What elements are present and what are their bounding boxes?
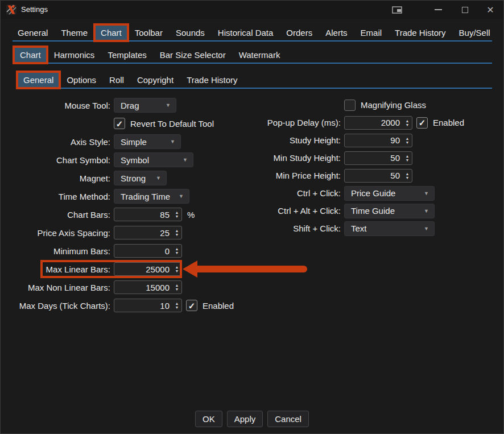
spin-down-icon[interactable]: ▼ <box>175 251 179 255</box>
maximize-icon[interactable] <box>460 6 469 14</box>
spin-down-icon[interactable]: ▼ <box>406 123 410 127</box>
ctrl-click-row: Ctrl + Click: Price Guide ▼ <box>251 184 504 202</box>
study-height-row: Study Height: 90 ▲▼ <box>251 131 504 149</box>
ok-button[interactable]: OK <box>195 411 222 427</box>
min-price-height-label: Min Price Height: <box>251 171 341 180</box>
spin-up-icon[interactable]: ▲ <box>406 137 410 140</box>
ctrl-alt-click-select[interactable]: Time Guide ▼ <box>344 204 435 218</box>
spin-down-icon[interactable]: ▼ <box>175 269 179 273</box>
max-days-tick-row: Max Days (Tick Charts): 10 ▲▼ ✓ Enabled <box>1 296 251 315</box>
magnet-select[interactable]: Strong ▼ <box>114 171 167 185</box>
chevron-down-icon: ▼ <box>183 157 188 163</box>
percent-suffix: % <box>187 210 195 220</box>
subtab-harmonics[interactable]: Harmonics <box>49 48 100 62</box>
chart-bars-spinner[interactable]: 85 ▲▼ <box>114 208 182 221</box>
study-height-label: Study Height: <box>251 135 341 145</box>
study-height-spinner[interactable]: 90 ▲▼ <box>344 134 412 147</box>
spin-up-icon[interactable]: ▲ <box>406 154 410 158</box>
spin-down-icon[interactable]: ▼ <box>175 305 179 309</box>
shift-click-label: Shift + Click: <box>251 224 341 233</box>
min-price-height-spinner[interactable]: 50 ▲▼ <box>344 169 412 183</box>
spin-up-icon[interactable]: ▲ <box>406 119 410 123</box>
tab-buy-sell[interactable]: Buy/Sell <box>454 26 495 40</box>
max-linear-bars-label: Max Linear Bars: <box>1 264 110 274</box>
chart-symbol-select[interactable]: Symbol ▼ <box>114 152 193 167</box>
tab-alerts[interactable]: Alerts <box>320 26 352 40</box>
tab-orders[interactable]: Orders <box>281 26 317 40</box>
spin-up-icon[interactable]: ▲ <box>175 210 179 214</box>
subsubtab-options[interactable]: Options <box>61 73 101 87</box>
footer-button-bar: OK Apply Cancel <box>1 411 503 427</box>
spin-down-icon[interactable]: ▼ <box>175 233 179 237</box>
ctrl-click-label: Ctrl + Click: <box>251 188 341 198</box>
mouse-tool-row: Mouse Tool: Drag ▼ <box>1 96 251 114</box>
axis-style-select[interactable]: Simple ▼ <box>114 134 181 149</box>
magnifying-glass-checkbox[interactable]: ✓ <box>344 100 356 111</box>
spin-down-icon[interactable]: ▼ <box>406 158 410 162</box>
spin-up-icon[interactable]: ▲ <box>406 172 410 176</box>
spin-up-icon[interactable]: ▲ <box>175 265 179 269</box>
spin-up-icon[interactable]: ▲ <box>175 283 179 287</box>
subtab-watermark[interactable]: Watermark <box>234 48 286 62</box>
form-left-column: Mouse Tool: Drag ▼ ✓ Revert To Default T… <box>1 96 251 315</box>
minimum-bars-spinner[interactable]: 0 ▲▼ <box>114 244 182 258</box>
checkmark-icon: ✓ <box>188 301 196 310</box>
spin-down-icon[interactable]: ▼ <box>406 140 410 144</box>
spin-down-icon[interactable]: ▼ <box>175 214 179 218</box>
minimum-bars-row: Minimum Bars: 0 ▲▼ <box>1 242 251 260</box>
close-icon[interactable]: ✕ <box>485 3 496 16</box>
revert-tool-checkbox[interactable]: ✓ <box>114 118 125 129</box>
subsubtab-copyright[interactable]: Copyright <box>132 73 179 87</box>
chart-symbol-label: Chart Symbol: <box>1 155 110 165</box>
revert-tool-row: ✓ Revert To Default Tool <box>1 114 251 133</box>
spin-up-icon[interactable]: ▲ <box>175 247 179 251</box>
ctrl-click-select[interactable]: Price Guide ▼ <box>344 186 435 201</box>
min-study-height-spinner[interactable]: 50 ▲▼ <box>344 151 412 165</box>
subsubtab-roll[interactable]: Roll <box>104 73 129 87</box>
tab-sounds[interactable]: Sounds <box>171 26 210 40</box>
price-axis-spacing-spinner[interactable]: 25 ▲▼ <box>114 226 182 239</box>
time-method-label: Time Method: <box>1 192 110 201</box>
magnet-label: Magnet: <box>1 173 110 183</box>
annotation-arrow-head <box>183 261 197 278</box>
chevron-down-icon: ▼ <box>179 193 184 199</box>
subtab-chart[interactable]: Chart <box>15 48 46 62</box>
spin-up-icon[interactable]: ▲ <box>175 301 179 305</box>
chevron-down-icon: ▼ <box>156 175 161 181</box>
tab-toolbar[interactable]: Toolbar <box>130 26 168 40</box>
max-days-tick-label: Max Days (Tick Charts): <box>1 301 110 311</box>
max-non-linear-bars-spinner[interactable]: 15000 ▲▼ <box>114 280 182 294</box>
window-layout-icon[interactable] <box>391 5 404 14</box>
time-method-select[interactable]: Trading Time ▼ <box>114 189 189 204</box>
subsubtab-general[interactable]: General <box>18 73 59 87</box>
window-title: Settings <box>21 5 48 14</box>
tab-historical-data[interactable]: Historical Data <box>213 26 279 40</box>
settings-window: Settings ✕ General Theme Chart Toolbar S… <box>0 0 504 434</box>
popup-delay-spinner[interactable]: 2000 ▲▼ <box>344 116 412 130</box>
subtab-bar-size-selector[interactable]: Bar Size Selector <box>155 48 231 62</box>
cancel-button[interactable]: Cancel <box>267 411 309 427</box>
shift-click-row: Shift + Click: Text ▼ <box>251 220 504 237</box>
tab-chart[interactable]: Chart <box>96 26 127 40</box>
subtab-templates[interactable]: Templates <box>102 48 151 62</box>
tab-trade-history[interactable]: Trade History <box>390 26 451 40</box>
tab-theme[interactable]: Theme <box>56 26 93 40</box>
spin-down-icon[interactable]: ▼ <box>406 176 410 180</box>
popup-delay-enabled-checkbox[interactable]: ✓ <box>416 117 428 129</box>
max-days-tick-spinner[interactable]: 10 ▲▼ <box>114 299 182 312</box>
max-linear-bars-spinner[interactable]: 25000 ▲▼ <box>114 262 182 276</box>
tab-email[interactable]: Email <box>356 26 387 40</box>
min-study-height-row: Min Study Height: 50 ▲▼ <box>251 149 504 167</box>
app-logo-icon <box>6 5 16 15</box>
minimize-icon[interactable] <box>433 6 443 14</box>
chevron-down-icon: ▼ <box>166 102 171 108</box>
chevron-down-icon: ▼ <box>424 208 429 214</box>
spin-down-icon[interactable]: ▼ <box>175 287 179 291</box>
apply-button[interactable]: Apply <box>227 411 263 427</box>
mouse-tool-select[interactable]: Drag ▼ <box>114 98 176 113</box>
spin-up-icon[interactable]: ▲ <box>175 229 179 233</box>
subsubtab-trade-history[interactable]: Trade History <box>181 73 242 87</box>
shift-click-select[interactable]: Text ▼ <box>344 221 435 236</box>
max-days-enabled-checkbox[interactable]: ✓ <box>186 300 197 311</box>
tab-general[interactable]: General <box>13 26 53 40</box>
